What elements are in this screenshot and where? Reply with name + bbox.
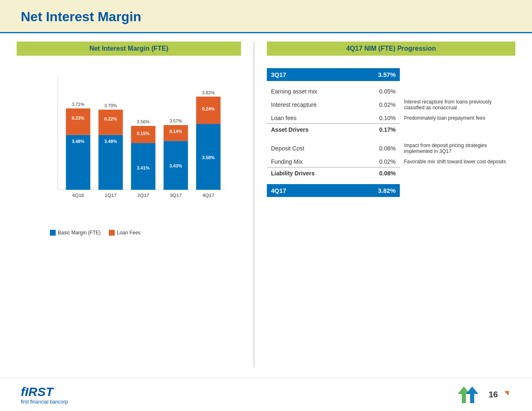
chart-area: 3.48% 0.23% 3.71% 4Q16 3.48% 0.22% 3.70%… <box>17 62 241 367</box>
bar-chart: 3.48% 0.23% 3.71% 4Q16 3.48% 0.22% 3.70%… <box>37 66 233 224</box>
nim-4q17-label: 4Q17 <box>267 184 358 197</box>
nim-4q17-note <box>400 184 515 197</box>
nim-spacer-3 <box>267 179 515 184</box>
nim-liability-drivers-label: Liability Drivers <box>267 167 358 180</box>
svg-marker-24 <box>500 389 511 399</box>
nim-asset-drivers-note <box>400 124 515 136</box>
svg-text:3.48%: 3.48% <box>104 139 117 144</box>
svg-text:3.41%: 3.41% <box>137 165 150 170</box>
nim-deposit-cost-note: Impact from deposit pricing strategies i… <box>400 140 515 156</box>
legend-color-basic <box>50 230 56 236</box>
svg-text:3.43%: 3.43% <box>170 163 182 168</box>
arrows-icon: 16 <box>453 382 511 407</box>
left-section-header: Net Interest Margin (FTE) <box>17 42 241 56</box>
nim-3q17-label: 3Q17 <box>267 68 358 81</box>
nim-row-loan-fees: Loan fees 0.10% Predominately loan prepa… <box>267 113 515 124</box>
footer: fIRST first financial bancorp 16 <box>0 378 532 411</box>
nim-row-4q17: 4Q17 3.82% <box>267 184 515 197</box>
svg-marker-23 <box>466 386 478 403</box>
logo-area: fIRST first financial bancorp <box>21 385 68 405</box>
svg-text:3.71%: 3.71% <box>72 102 85 107</box>
nim-interest-recapture-label: Interest recapture <box>267 97 358 113</box>
svg-text:2Q17: 2Q17 <box>137 192 149 198</box>
panel-divider <box>254 42 254 367</box>
bar-1q17-fees <box>99 110 123 135</box>
svg-text:3Q17: 3Q17 <box>170 192 182 198</box>
nim-interest-recapture-value: 0.02% <box>358 97 400 113</box>
nim-4q17-value: 3.82% <box>358 184 400 197</box>
nim-row-funding-mix: Funding Mix 0.02% Favorable mix shift to… <box>267 156 515 167</box>
legend-label-fees: Loan Fees <box>117 230 140 236</box>
nim-liability-drivers-value: 0.08% <box>358 167 400 180</box>
nim-spacer-1 <box>267 81 515 86</box>
svg-text:3.82%: 3.82% <box>202 90 215 95</box>
nim-funding-mix-note: Favorable mix shift toward lower cost de… <box>400 156 515 167</box>
right-panel: 4Q17 NIM (FTE) Progression 3Q17 3.57% Ea… <box>267 42 515 367</box>
right-section-header: 4Q17 NIM (FTE) Progression <box>267 42 515 56</box>
legend-loan-fees: Loan Fees <box>109 230 140 236</box>
nim-3q17-note <box>400 68 515 81</box>
nim-earning-asset-value: 0.05% <box>358 86 400 97</box>
logo-sub: first financial bancorp <box>21 399 68 405</box>
arrow-red-icon <box>499 389 511 401</box>
left-panel: Net Interest Margin (FTE) 3.48% 0.23% 3.… <box>17 42 241 367</box>
main-content: Net Interest Margin (FTE) 3.48% 0.23% 3.… <box>0 33 532 376</box>
nim-earning-asset-note <box>400 86 515 97</box>
nim-row-asset-drivers: Asset Drivers 0.17% <box>267 124 515 136</box>
chart-legend: Basic Margin (FTE) Loan Fees <box>37 230 233 236</box>
svg-text:3.56%: 3.56% <box>137 119 150 124</box>
arrows-svg <box>453 382 487 407</box>
nim-loan-fees-label: Loan fees <box>267 113 358 124</box>
nim-funding-mix-value: 0.02% <box>358 156 400 167</box>
legend-basic-margin: Basic Margin (FTE) <box>50 230 101 236</box>
svg-text:4Q16: 4Q16 <box>72 192 84 198</box>
bar-4q16-fees <box>66 108 91 135</box>
nim-liability-drivers-note <box>400 167 515 180</box>
svg-text:0.24%: 0.24% <box>202 106 215 111</box>
nim-row-interest-recapture: Interest recapture 0.02% Interest recapt… <box>267 97 515 113</box>
nim-funding-mix-label: Funding Mix <box>267 156 358 167</box>
nim-earning-asset-label: Earning asset mix <box>267 86 358 97</box>
svg-text:0.15%: 0.15% <box>137 131 150 136</box>
nim-loan-fees-value: 0.10% <box>358 113 400 124</box>
header-band: Net Interest Margin <box>0 0 532 33</box>
svg-text:0.22%: 0.22% <box>104 116 117 121</box>
nim-asset-drivers-label: Asset Drivers <box>267 124 358 136</box>
nim-asset-drivers-value: 0.17% <box>358 124 400 136</box>
nim-row-deposit-cost: Deposit Cost 0.06% Impact from deposit p… <box>267 140 515 156</box>
svg-text:3.58%: 3.58% <box>202 155 215 160</box>
legend-color-fees <box>109 230 115 236</box>
svg-text:3.48%: 3.48% <box>72 139 85 144</box>
nim-3q17-value: 3.57% <box>358 68 400 81</box>
legend-label-basic: Basic Margin (FTE) <box>58 230 101 236</box>
page-title: Net Interest Margin <box>21 9 511 25</box>
nim-row-liability-drivers: Liability Drivers 0.08% <box>267 167 515 180</box>
svg-text:0.23%: 0.23% <box>72 116 85 121</box>
nim-deposit-cost-label: Deposit Cost <box>267 140 358 156</box>
svg-text:4Q17: 4Q17 <box>202 192 214 198</box>
nim-progression-table: 3Q17 3.57% Earning asset mix 0.05% Inter… <box>267 68 515 197</box>
page-number: 16 <box>489 390 498 399</box>
nim-row-3q17: 3Q17 3.57% <box>267 68 515 81</box>
svg-marker-22 <box>458 386 470 403</box>
nim-row-earning-asset-mix: Earning asset mix 0.05% <box>267 86 515 97</box>
nim-deposit-cost-value: 0.06% <box>358 140 400 156</box>
svg-text:3.70%: 3.70% <box>104 103 117 108</box>
svg-text:3.57%: 3.57% <box>170 118 182 123</box>
logo-first: fIRST <box>21 385 68 399</box>
svg-text:1Q17: 1Q17 <box>105 192 117 198</box>
nim-spacer-2 <box>267 135 515 140</box>
svg-text:0.14%: 0.14% <box>170 129 182 134</box>
nim-interest-recapture-note: Interest recapture from loans previously… <box>400 97 515 113</box>
nim-loan-fees-note: Predominately loan prepayment fees <box>400 113 515 124</box>
